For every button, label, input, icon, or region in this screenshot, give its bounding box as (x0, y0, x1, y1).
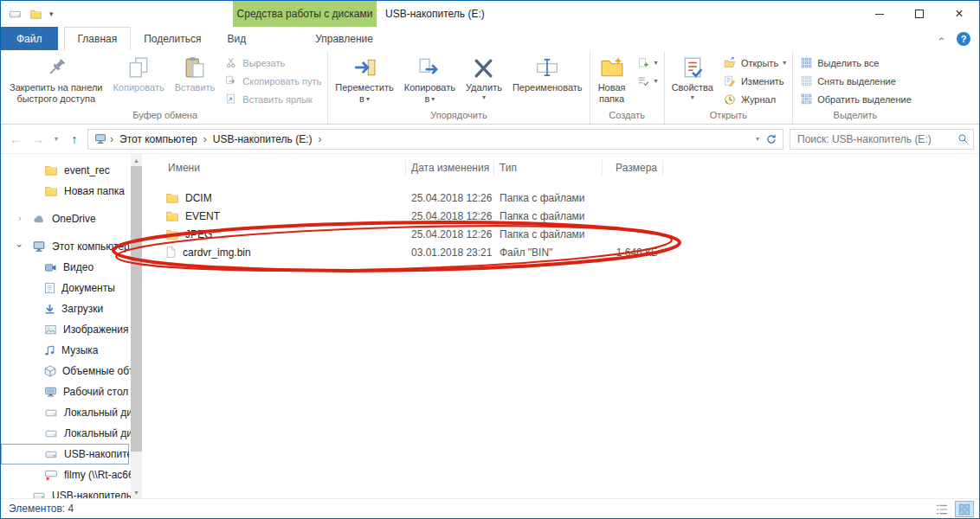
open-button[interactable]: Открыть ▾ (719, 54, 790, 72)
folder-icon[interactable] (29, 9, 42, 20)
back-icon[interactable]: ← (6, 130, 25, 149)
rename-icon (536, 54, 558, 80)
select-all-label: Выделить все (817, 58, 879, 68)
file-date: 25.04.2018 12:26 (406, 210, 494, 222)
forward-icon[interactable]: → (29, 130, 48, 149)
sidebar-item-desktop[interactable]: Рабочий стол (1, 381, 142, 402)
move-to-label-line1: Переместить (335, 82, 393, 93)
chevron-down-icon[interactable]: ▾ (49, 10, 54, 18)
new-folder-label-line1: Новая (598, 82, 626, 93)
easy-access-icon (636, 75, 650, 87)
sidebar-scrollbar[interactable]: ▲ ▼ (131, 154, 142, 498)
disk-icon (44, 428, 58, 439)
new-folder-button[interactable]: Новая папка (592, 53, 632, 109)
copy-icon (127, 54, 150, 80)
copy-to-button[interactable]: Копировать в▾ (399, 53, 461, 109)
column-header-name[interactable]: Имени (142, 160, 406, 176)
collapse-ribbon-icon[interactable]: › (935, 37, 947, 41)
tab-file[interactable]: Файл (1, 27, 58, 50)
breadcrumb-this-pc[interactable]: Этот компьютер (113, 133, 203, 145)
file-row-dcim[interactable]: DCIM 25.04.2018 12:26 Папка с файлами (142, 189, 979, 207)
contextual-tab-header[interactable]: Средства работы с дисками (233, 1, 377, 27)
file-type: Папка с файлами (494, 228, 603, 240)
tab-home[interactable]: Главная (64, 27, 132, 50)
sidebar-item-music[interactable]: Музыка (1, 340, 142, 361)
details-view-icon[interactable] (932, 501, 951, 517)
tab-manage[interactable]: Управление (302, 27, 386, 50)
sidebar-item-usb-drive[interactable]: USB-накопитель (1, 444, 129, 465)
group-new: Новая папка ▾ ▾ Создать (590, 51, 664, 124)
sidebar-item-this-pc[interactable]: › Этот компьютер (1, 236, 142, 257)
properties-button[interactable]: Свойства ▾ (667, 53, 719, 109)
sidebar-item-event-rec[interactable]: event_rec (1, 160, 142, 181)
group-open: Свойства ▾ Открыть ▾ Изменить (664, 51, 793, 124)
file-row-event[interactable]: EVENT 25.04.2018 12:26 Папка с файлами (142, 207, 979, 225)
maximize-button[interactable] (899, 1, 939, 27)
scroll-down-icon[interactable]: ▼ (133, 486, 139, 498)
properties-icon (681, 54, 704, 80)
minimize-button[interactable] (860, 1, 899, 27)
refresh-icon[interactable] (763, 133, 780, 145)
sidebar-item-3d-objects[interactable]: Объемные объекты (1, 361, 142, 381)
chevron-down-icon: ▾ (654, 77, 658, 85)
sidebar-item-documents[interactable]: Документы (1, 278, 142, 298)
history-button[interactable]: Журнал (719, 90, 790, 108)
cube-icon (44, 365, 56, 377)
search-input[interactable] (797, 133, 957, 145)
column-header-type[interactable]: Тип (494, 160, 603, 176)
column-header-date[interactable]: Дата изменения (406, 160, 494, 176)
tab-view[interactable]: Вид (214, 27, 259, 50)
file-row-cardvr-img-bin[interactable]: cardvr_img.bin 03.01.2018 23:21 Файл "BI… (142, 243, 979, 261)
move-to-button[interactable]: Переместить в▾ (330, 53, 398, 109)
sidebar-item-network-drive[interactable]: filmy (\\Rt-ac66u (1, 465, 142, 485)
drive-icon[interactable] (8, 9, 23, 20)
paste-button[interactable]: Вставить (170, 53, 221, 109)
breadcrumb[interactable]: › Этот компьютер › USB-накопитель (E:) ›… (87, 129, 783, 150)
select-all-button[interactable]: Выделить все (795, 54, 916, 72)
copy-to-label-line2: в (424, 93, 429, 105)
file-row-jpeg[interactable]: JPEG 25.04.2018 12:26 Папка с файлами (142, 225, 979, 243)
close-button[interactable]: × (939, 1, 979, 27)
cut-button[interactable]: Вырезать (220, 54, 326, 72)
file-list: Имени Дата изменения Тип Размера DCIM 25… (142, 154, 979, 498)
copy-button[interactable]: Копировать (107, 53, 169, 109)
help-icon[interactable]: ? (957, 32, 970, 46)
sidebar-item-pictures[interactable]: Изображения (1, 319, 142, 340)
sidebar-item-local-disk-2[interactable]: Локальный диск (1, 423, 142, 444)
recent-locations-chevron-icon[interactable]: ▾ (51, 135, 61, 143)
delete-button[interactable]: Удалить ▾ (461, 53, 507, 109)
sidebar-item-onedrive[interactable]: › OneDrive (1, 208, 142, 229)
sidebar-item-label: event_rec (64, 164, 110, 176)
usb-drive-icon (32, 490, 46, 499)
address-dropdown-chevron-icon[interactable]: ▾ (752, 135, 763, 143)
copy-path-button[interactable]: Скопировать путь (220, 72, 326, 90)
new-item-button[interactable]: ▾ (632, 54, 662, 72)
group-label-clipboard: Буфер обмена (4, 109, 326, 124)
column-header-size[interactable]: Размера (603, 160, 663, 176)
pin-to-quick-access-button[interactable]: Закрепить на панели быстрого доступа (4, 53, 107, 109)
search-icon[interactable] (957, 133, 969, 144)
easy-access-button[interactable]: ▾ (632, 72, 662, 90)
rename-button[interactable]: Переименовать (507, 53, 588, 109)
sidebar-item-new-folder[interactable]: Новая папка (1, 181, 142, 202)
sidebar-item-downloads[interactable]: Загрузки (1, 298, 142, 319)
scrollbar-thumb[interactable] (131, 166, 142, 452)
edit-button[interactable]: Изменить (719, 72, 790, 90)
sidebar-item-videos[interactable]: Видео (1, 257, 142, 278)
music-icon (44, 345, 55, 356)
paste-shortcut-button[interactable]: Вставить ярлык (220, 90, 326, 108)
file-name: EVENT (185, 210, 220, 222)
cut-icon (224, 57, 238, 69)
status-bar: Элементов: 4 (1, 498, 979, 518)
breadcrumb-usb-drive[interactable]: USB-накопитель (E:) (207, 133, 319, 145)
sidebar-item-local-disk-1[interactable]: Локальный диск (1, 402, 142, 423)
up-icon[interactable]: ↑ (65, 130, 84, 149)
tab-share[interactable]: Поделиться (131, 27, 214, 50)
thumbnails-view-icon[interactable] (955, 501, 974, 517)
chevron-right-icon[interactable]: › (18, 213, 22, 223)
sidebar-item-usb-drive-root[interactable]: USB-накопитель (E:) (1, 485, 142, 498)
chevron-expanded-icon[interactable]: › (15, 244, 25, 247)
scroll-up-icon[interactable]: ▲ (133, 154, 139, 166)
select-none-button[interactable]: Снять выделение (795, 72, 916, 90)
invert-selection-button[interactable]: Обратить выделение (795, 90, 916, 108)
